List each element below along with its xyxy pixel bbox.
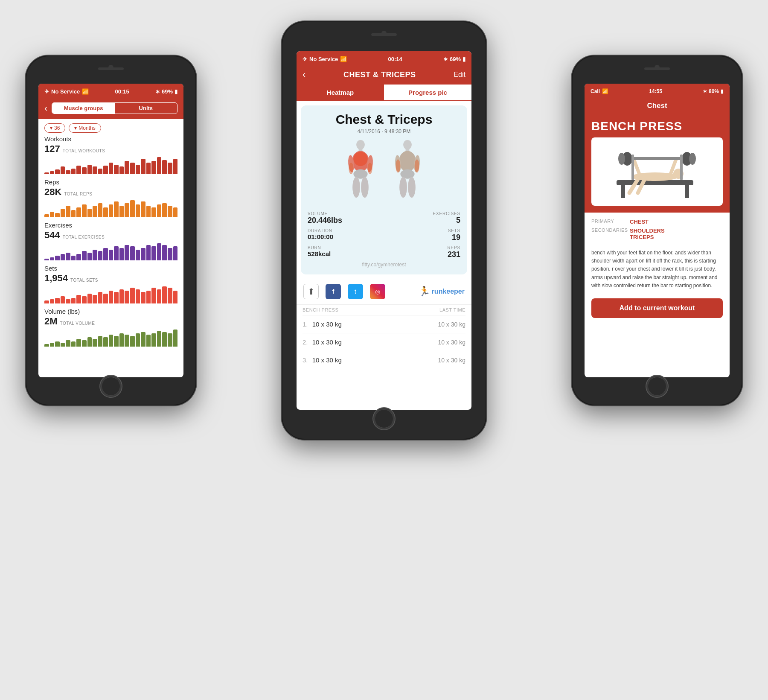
- bar: [71, 169, 76, 174]
- svg-point-19: [396, 159, 400, 172]
- tab-units[interactable]: Units: [115, 103, 177, 114]
- bar: [130, 163, 135, 174]
- bench-press-svg: [604, 142, 710, 201]
- upload-share-button[interactable]: ⬆: [303, 284, 319, 299]
- bar: [109, 163, 113, 174]
- bar: [44, 172, 49, 174]
- bar: [76, 295, 81, 303]
- home-button-left[interactable]: [99, 375, 122, 398]
- bar-chart: [44, 242, 177, 260]
- watermark: fitty.co/gymherotest: [308, 262, 460, 268]
- wifi-icon-center: 📶: [340, 56, 347, 62]
- dropdown-icon-2: ▾: [74, 125, 77, 131]
- bar: [146, 163, 151, 174]
- bar: [98, 203, 103, 217]
- bar: [151, 161, 156, 174]
- time-center: 00:14: [388, 56, 402, 62]
- bar: [55, 213, 60, 217]
- status-bar-left: ✈ No Service 📶 00:15 ∗ 69% ▮: [38, 84, 183, 99]
- bar: [109, 335, 113, 347]
- reps-value: 231: [386, 250, 460, 259]
- bar: [130, 336, 135, 347]
- bar: [114, 165, 119, 174]
- bar: [125, 203, 129, 217]
- bar: [44, 300, 49, 303]
- bar: [130, 246, 135, 260]
- bar: [50, 212, 55, 217]
- home-button-center[interactable]: [372, 407, 396, 430]
- filter-count[interactable]: ▾ 36: [44, 123, 65, 133]
- bar: [87, 253, 92, 260]
- secondary-muscle-row: SECONDARIES SHOULDERSTRICEPS: [591, 228, 723, 240]
- bar: [98, 169, 103, 174]
- bar: [173, 159, 178, 174]
- stat-section-sub: TOTAL VOLUME: [60, 321, 95, 326]
- left-nav: ‹ Muscle groups Units: [44, 102, 177, 114]
- svg-rect-23: [685, 185, 689, 198]
- bar: [168, 248, 172, 260]
- back-button-center[interactable]: ‹: [303, 69, 305, 80]
- runkeeper-logo: 🏃 runkeeper: [419, 286, 465, 297]
- stat-section-sub: TOTAL REPS: [64, 192, 92, 196]
- bar: [76, 207, 81, 217]
- tab-progress-pic[interactable]: Progress pic: [384, 85, 471, 100]
- share-icons: ⬆ f t ◎: [303, 284, 385, 299]
- bar: [61, 254, 65, 260]
- bar: [66, 299, 70, 303]
- exercise-description: bench with your feet flat on the floor. …: [585, 249, 730, 294]
- stat-section-value: 127: [44, 143, 60, 155]
- add-to-workout-button[interactable]: Add to current workout: [591, 298, 723, 318]
- bar-chart: [44, 155, 177, 174]
- tab-muscle-groups[interactable]: Muscle groups: [52, 103, 114, 114]
- bar: [157, 331, 162, 347]
- edit-button[interactable]: Edit: [454, 71, 465, 79]
- filter-period[interactable]: ▾ Months: [69, 123, 101, 133]
- stat-section-value: 1,954: [44, 273, 68, 284]
- home-button-right[interactable]: [646, 375, 669, 398]
- duration-value: 01:00:00: [308, 233, 382, 240]
- bar: [141, 292, 145, 303]
- battery-right: 80%: [709, 88, 719, 94]
- stat-section-sub: TOTAL EXERCISES: [63, 235, 105, 239]
- battery-icon-left: ▮: [175, 88, 177, 95]
- carrier-right: Call: [591, 88, 600, 94]
- status-bar-right: Call 📶 14:55 ∗ 80% ▮: [585, 84, 730, 99]
- back-button-left[interactable]: ‹: [44, 103, 47, 114]
- bar: [55, 298, 60, 303]
- bar: [157, 157, 162, 174]
- bar: [50, 171, 55, 174]
- bar: [109, 291, 113, 303]
- bar: [61, 166, 65, 174]
- tab-heatmap[interactable]: Heatmap: [297, 85, 384, 100]
- bar: [157, 289, 162, 303]
- bar: [71, 256, 76, 260]
- facebook-share-button[interactable]: f: [326, 284, 341, 299]
- stat-section: Sets1,954TOTAL SETS: [44, 265, 177, 303]
- bar: [93, 250, 97, 260]
- stat-sets: SETS 19: [386, 228, 460, 242]
- bar: [146, 206, 151, 217]
- bar: [119, 289, 124, 303]
- bar: [82, 296, 87, 303]
- bar: [173, 246, 178, 260]
- workout-card: Chest & Triceps 4/11/2016 · 9:48:30 PM: [301, 105, 467, 274]
- bar: [173, 330, 178, 347]
- bar: [173, 291, 178, 303]
- bar: [44, 214, 49, 217]
- stat-section-label: Workouts: [44, 135, 177, 143]
- svg-point-17: [399, 177, 407, 198]
- bar: [119, 166, 124, 174]
- bar: [93, 206, 97, 217]
- bluetooth-icon-left: ∗: [155, 88, 160, 95]
- sets-value: 19: [386, 233, 460, 242]
- bar: [141, 332, 145, 347]
- instagram-share-button[interactable]: ◎: [370, 284, 385, 299]
- stats-list: Workouts127TOTAL WORKOUTSReps28KTOTAL RE…: [38, 135, 183, 355]
- table-row: 2. 10 x 30 kg10 x 30 kg: [303, 333, 465, 351]
- bar: [157, 204, 162, 217]
- twitter-share-button[interactable]: t: [348, 284, 363, 299]
- time-right: 14:55: [649, 88, 662, 94]
- bar: [76, 166, 81, 174]
- bar-chart: [44, 198, 177, 217]
- bar: [44, 344, 49, 347]
